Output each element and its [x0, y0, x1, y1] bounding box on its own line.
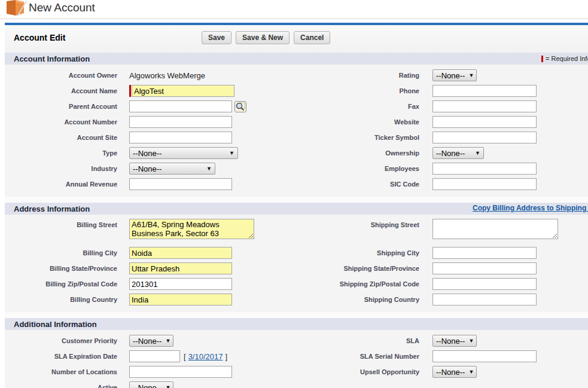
date-hint: [ 3/10/2017 ]	[184, 352, 227, 361]
copy-billing-to-shipping-link[interactable]: Copy Billing Address to Shipping Address	[473, 204, 588, 212]
form-row: Billing Zip/Postal Code Shipping Zip/Pos…	[5, 276, 588, 292]
page-header: New Account	[0, 0, 588, 19]
billing-street-textarea[interactable]: A61/B4, Spring Meadows Business Park, Se…	[129, 219, 254, 239]
section-account-information: Account Information = Required Informati…	[5, 53, 588, 65]
ticker-symbol-input[interactable]	[432, 132, 537, 143]
form-row: Account Site Ticker Symbol	[5, 130, 588, 145]
fax-input[interactable]	[432, 100, 537, 112]
new-account-edit-page: { "header": { "title": "New Account" }, …	[0, 0, 588, 388]
form-row: Account Name Phone	[5, 83, 588, 99]
chevron-down-icon: ▼	[468, 369, 474, 375]
save-button[interactable]: Save	[202, 31, 231, 44]
customer-priority-select[interactable]: --None-- ▼	[129, 335, 173, 347]
account-information-form: Account Owner Algoworks WebMerge Rating …	[5, 65, 588, 197]
billing-zip-label: Billing Zip/Postal Code	[5, 280, 123, 288]
annual-revenue-input[interactable]	[129, 178, 232, 190]
phone-input[interactable]	[432, 85, 537, 97]
billing-zip-input[interactable]	[129, 278, 232, 290]
website-label: Website	[305, 118, 426, 126]
chevron-down-icon: ▼	[468, 338, 474, 344]
save-and-new-button[interactable]: Save & New	[236, 31, 290, 44]
account-number-label: Account Number	[5, 118, 123, 126]
type-select[interactable]: --None-- ▼	[129, 147, 238, 159]
shipping-street-textarea[interactable]	[432, 219, 558, 239]
page-title: New Account	[29, 1, 95, 14]
form-row: Billing City Shipping City	[5, 245, 588, 261]
address-information-form: Billing Street A61/B4, Spring Meadows Bu…	[5, 215, 588, 312]
form-row: Type --None-- ▼ Ownership --None-- ▼	[5, 145, 588, 161]
active-select[interactable]: --None-- ▼	[129, 381, 173, 388]
billing-state-label: Billing State/Province	[5, 265, 123, 272]
form-row: SLA Expiration Date [ 3/10/2017 ] SLA Se…	[5, 349, 588, 364]
phone-label: Phone	[305, 87, 426, 94]
chevron-down-icon: ▼	[475, 150, 480, 156]
sla-label: SLA	[305, 337, 426, 344]
fax-label: Fax	[305, 103, 426, 110]
shipping-zip-input[interactable]	[432, 278, 537, 290]
billing-country-input[interactable]	[129, 294, 232, 305]
form-row: Account Number Website	[5, 114, 588, 130]
required-field-legend: = Required Information	[541, 53, 588, 65]
button-bar: Save Save & New Cancel	[202, 31, 330, 44]
billing-state-input[interactable]	[129, 262, 232, 274]
shipping-city-input[interactable]	[432, 247, 537, 259]
rating-label: Rating	[305, 72, 426, 79]
billing-city-label: Billing City	[5, 249, 123, 256]
sla-serial-number-label: SLA Serial Number	[305, 353, 426, 360]
shipping-state-input[interactable]	[432, 262, 537, 274]
billing-city-input[interactable]	[129, 247, 232, 259]
required-marker-icon	[129, 85, 131, 97]
annual-revenue-label: Annual Revenue	[5, 181, 123, 188]
upsell-opportunity-label: Upsell Opportunity	[305, 368, 426, 375]
account-number-input[interactable]	[129, 116, 232, 128]
ticker-symbol-label: Ticker Symbol	[305, 134, 426, 141]
employees-input[interactable]	[432, 163, 537, 175]
lookup-magnifier-icon[interactable]	[234, 101, 246, 112]
form-row: Billing Country Shipping Country	[5, 292, 588, 307]
chevron-down-icon: ▼	[229, 150, 234, 156]
shipping-street-label: Shipping Street	[305, 218, 426, 228]
website-input[interactable]	[432, 116, 537, 128]
chevron-down-icon: ▼	[165, 338, 170, 344]
active-label: Active	[5, 384, 123, 388]
number-of-locations-label: Number of Locations	[5, 368, 123, 375]
rating-select[interactable]: --None-- ▼	[432, 69, 477, 81]
today-date-link[interactable]: 3/10/2017	[188, 352, 223, 361]
account-edit-panel: Account Edit Save Save & New Cancel Acco…	[5, 23, 588, 388]
account-site-label: Account Site	[5, 134, 123, 141]
form-row: Billing Street A61/B4, Spring Meadows Bu…	[5, 218, 588, 245]
shipping-state-label: Shipping State/Province	[305, 265, 426, 272]
chevron-down-icon: ▼	[468, 72, 474, 78]
edit-heading: Account Edit	[14, 33, 65, 42]
ownership-label: Ownership	[305, 149, 426, 157]
account-owner-label: Account Owner	[5, 72, 123, 79]
employees-label: Employees	[305, 165, 426, 172]
section-title: Address Information	[14, 204, 90, 213]
shipping-country-label: Shipping Country	[305, 296, 426, 303]
sic-code-label: SIC Code	[305, 181, 426, 188]
cancel-button[interactable]: Cancel	[294, 31, 330, 44]
sla-expiration-date-input[interactable]	[129, 350, 180, 362]
account-folder-icon	[5, 0, 27, 20]
chevron-down-icon: ▼	[206, 166, 212, 172]
sic-code-input[interactable]	[432, 178, 537, 190]
account-owner-value: Algoworks WebMerge	[129, 71, 205, 80]
chevron-down-icon: ▼	[165, 384, 170, 388]
required-marker-icon	[541, 56, 543, 62]
parent-account-input[interactable]	[129, 100, 232, 112]
industry-select[interactable]: --None-- ▼	[129, 163, 215, 175]
form-row: Customer Priority --None-- ▼ SLA --None-…	[5, 333, 588, 349]
number-of-locations-input[interactable]	[129, 366, 232, 378]
type-label: Type	[5, 149, 123, 157]
account-site-input[interactable]	[129, 132, 232, 143]
sla-expiration-date-label: SLA Expiration Date	[5, 353, 123, 360]
section-title: Additional Information	[14, 320, 97, 329]
shipping-zip-label: Shipping Zip/Postal Code	[305, 280, 426, 288]
sla-serial-number-input[interactable]	[432, 350, 537, 362]
ownership-select[interactable]: --None-- ▼	[432, 147, 484, 159]
upsell-opportunity-select[interactable]: --None-- ▼	[432, 366, 477, 378]
shipping-country-input[interactable]	[432, 294, 537, 305]
account-name-input[interactable]	[132, 85, 234, 97]
sla-select[interactable]: --None-- ▼	[432, 335, 477, 347]
industry-label: Industry	[5, 165, 123, 172]
